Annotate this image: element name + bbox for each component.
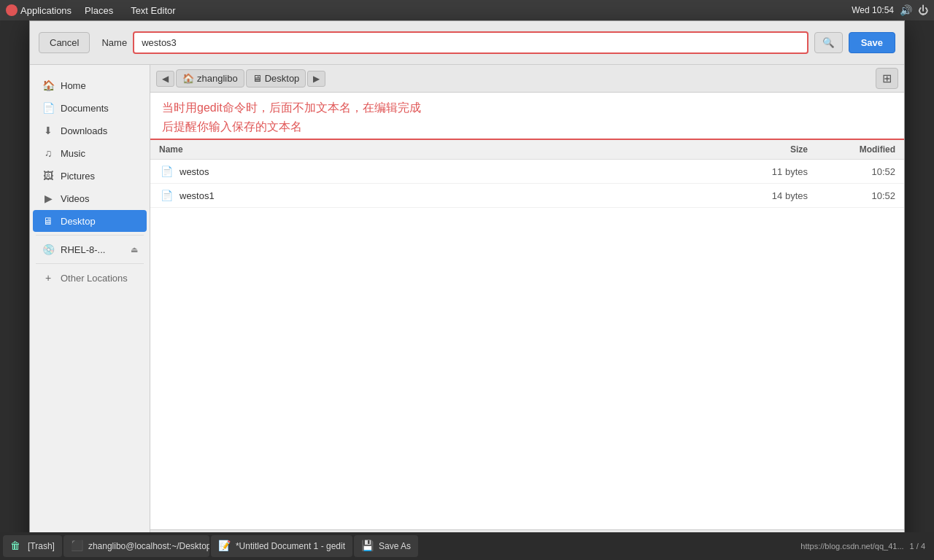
sidebar-label-downloads: Downloads — [61, 125, 107, 136]
taskbar-url: https://blog.csdn.net/qq_41... — [800, 542, 903, 551]
trash-icon: 🗑 — [10, 540, 23, 553]
file-list: 📄 westos 11 bytes 10:52 📄 westos1 14 byt… — [150, 160, 904, 529]
sidebar-item-rhel[interactable]: 💿 RHEL-8-... ⏏ — [33, 238, 147, 260]
sound-icon[interactable]: 🔊 — [900, 4, 912, 16]
sidebar: 🏠 Home 📄 Documents ⬇ Downloads ♫ Music — [30, 65, 150, 559]
filename-input[interactable] — [133, 31, 808, 54]
breadcrumb-desktop-label: Desktop — [265, 73, 300, 84]
desktop-breadcrumb-icon: 🖥 — [252, 73, 262, 84]
sidebar-label-music: Music — [61, 148, 85, 159]
sidebar-item-other-locations[interactable]: + Other Locations — [33, 267, 147, 289]
dialog-header: Cancel Name 🔍 Save — [30, 21, 904, 65]
clock: Wed 10:54 — [852, 5, 894, 15]
gedit-icon: 📝 — [218, 540, 231, 553]
sidebar-divider — [36, 235, 144, 236]
annotation-overlay: 当时用gedit命令时，后面不加文本名，在编辑完成 后提醒你输入保存的文本名 — [150, 93, 904, 140]
taskbar-saveas-label: Save As — [379, 541, 411, 551]
top-bar-left: Applications Places Text Editor — [6, 4, 180, 18]
sidebar-divider-2 — [36, 263, 144, 264]
file-row-westos[interactable]: 📄 westos 11 bytes 10:52 — [150, 160, 904, 184]
annotation-line1: 当时用gedit命令时，后面不加文本名，在编辑完成 — [162, 98, 892, 117]
sidebar-label-desktop: Desktop — [61, 216, 96, 227]
terminal-icon: ⬛ — [71, 540, 84, 553]
dialog-backdrop: Cancel Name 🔍 Save 🏠 Home 📄 Documents — [0, 20, 934, 560]
eject-icon[interactable]: ⏏ — [131, 245, 138, 254]
file-row-westos1[interactable]: 📄 westos1 14 bytes 10:52 — [150, 184, 904, 208]
taskbar-terminal[interactable]: ⬛ zhanglibo@localhost:~/Desktop — [63, 535, 209, 557]
forward-button[interactable]: ▶ — [307, 71, 325, 87]
documents-icon: 📄 — [42, 102, 55, 114]
file-modified-westos: 10:52 — [808, 166, 895, 177]
breadcrumb-home-label: zhanglibo — [197, 73, 238, 84]
places-menu[interactable]: Places — [80, 4, 117, 18]
back-button[interactable]: ◀ — [156, 71, 174, 87]
file-size-westos: 11 bytes — [735, 166, 808, 177]
save-as-dialog: Cancel Name 🔍 Save 🏠 Home 📄 Documents — [29, 20, 905, 560]
breadcrumb-desktop[interactable]: 🖥 Desktop — [246, 69, 306, 88]
new-folder-button[interactable]: ⊞ — [876, 68, 898, 89]
taskbar-page-indicator: 1 / 4 — [910, 542, 925, 551]
saveas-taskbar-icon: 💾 — [361, 540, 374, 553]
column-header-size[interactable]: Size — [735, 144, 808, 155]
desktop-icon: 🖥 — [42, 215, 55, 227]
other-locations-icon: + — [42, 272, 55, 284]
sidebar-item-desktop[interactable]: 🖥 Desktop — [33, 210, 147, 232]
taskbar-gedit[interactable]: 📝 *Untitled Document 1 - gedit — [211, 535, 352, 557]
file-name-westos: westos — [180, 166, 735, 177]
file-icon-westos: 📄 — [159, 164, 174, 179]
name-label: Name — [101, 37, 127, 48]
sidebar-label-home: Home — [61, 80, 86, 91]
sidebar-label-documents: Documents — [61, 103, 109, 114]
column-header-name[interactable]: Name — [159, 144, 735, 155]
app-icon — [6, 4, 18, 16]
taskbar-gedit-label: *Untitled Document 1 - gedit — [236, 541, 345, 551]
file-size-westos1: 14 bytes — [735, 190, 808, 201]
taskbar-trash[interactable]: 🗑 [Trash] — [3, 535, 62, 557]
annotation-line2: 后提醒你输入保存的文本名 — [162, 117, 892, 136]
home-breadcrumb-icon: 🏠 — [182, 73, 194, 84]
file-pane: ◀ 🏠 zhanglibo 🖥 Desktop ▶ ⊞ — [150, 65, 904, 559]
top-bar-right: Wed 10:54 🔊 ⏻ — [852, 4, 928, 16]
dialog-body: 🏠 Home 📄 Documents ⬇ Downloads ♫ Music — [30, 65, 904, 559]
app-menu[interactable]: Applications — [6, 4, 72, 16]
breadcrumb-home[interactable]: 🏠 zhanglibo — [176, 69, 244, 88]
text-editor-menu[interactable]: Text Editor — [126, 4, 180, 18]
sidebar-section-places: 🏠 Home 📄 Documents ⬇ Downloads ♫ Music — [30, 71, 150, 292]
sidebar-label-videos: Videos — [61, 193, 90, 204]
sidebar-label-rhel: RHEL-8-... — [61, 244, 105, 255]
sidebar-item-home[interactable]: 🏠 Home — [33, 74, 147, 96]
power-icon[interactable]: ⏻ — [918, 4, 928, 16]
file-list-header: Name Size Modified — [150, 140, 904, 160]
sidebar-item-pictures[interactable]: 🖼 Pictures — [33, 165, 147, 187]
taskbar: 🗑 [Trash] ⬛ zhanglibo@localhost:~/Deskto… — [0, 532, 934, 560]
sidebar-label-other: Other Locations — [61, 273, 128, 284]
app-menu-label[interactable]: Applications — [20, 5, 72, 16]
taskbar-terminal-label: zhanglibo@localhost:~/Desktop — [88, 541, 209, 551]
sidebar-item-downloads[interactable]: ⬇ Downloads — [33, 120, 147, 141]
music-icon: ♫ — [42, 147, 55, 159]
save-button[interactable]: Save — [849, 32, 895, 53]
home-icon: 🏠 — [42, 79, 55, 91]
sidebar-item-music[interactable]: ♫ Music — [33, 142, 147, 164]
downloads-icon: ⬇ — [42, 125, 55, 136]
videos-icon: ▶ — [42, 192, 55, 204]
taskbar-right: https://blog.csdn.net/qq_41... 1 / 4 — [800, 542, 931, 551]
taskbar-trash-label: [Trash] — [28, 541, 55, 551]
sidebar-item-videos[interactable]: ▶ Videos — [33, 187, 147, 209]
file-modified-westos1: 10:52 — [808, 190, 895, 201]
column-header-modified[interactable]: Modified — [808, 144, 895, 155]
file-icon-westos1: 📄 — [159, 188, 174, 203]
rhel-icon: 💿 — [42, 244, 55, 255]
breadcrumb-right: ⊞ — [876, 68, 898, 89]
file-name-westos1: westos1 — [180, 190, 735, 201]
cancel-button[interactable]: Cancel — [39, 32, 90, 53]
taskbar-saveas[interactable]: 💾 Save As — [354, 535, 418, 557]
sidebar-label-pictures: Pictures — [61, 171, 95, 182]
breadcrumb-bar: ◀ 🏠 zhanglibo 🖥 Desktop ▶ ⊞ — [150, 65, 904, 93]
sidebar-item-documents[interactable]: 📄 Documents — [33, 97, 147, 119]
pictures-icon: 🖼 — [42, 170, 55, 182]
search-button[interactable]: 🔍 — [814, 32, 843, 53]
top-bar: Applications Places Text Editor Wed 10:5… — [0, 0, 934, 20]
